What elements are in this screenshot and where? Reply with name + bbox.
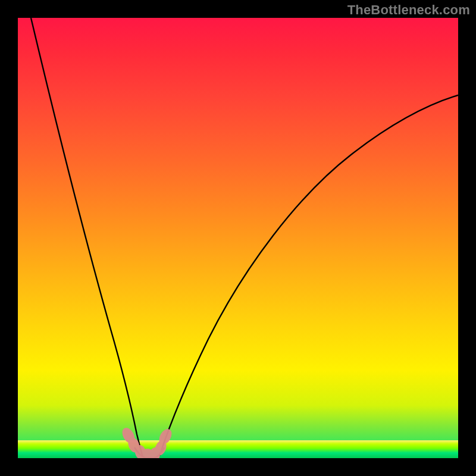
chart-svg bbox=[18, 18, 458, 458]
chart-frame: TheBottleneck.com bbox=[0, 0, 476, 476]
plot-area bbox=[18, 18, 458, 458]
valley-markers bbox=[120, 425, 174, 458]
curve-left-branch bbox=[31, 18, 143, 457]
curve-right-branch bbox=[159, 95, 458, 456]
watermark-text: TheBottleneck.com bbox=[347, 2, 470, 18]
